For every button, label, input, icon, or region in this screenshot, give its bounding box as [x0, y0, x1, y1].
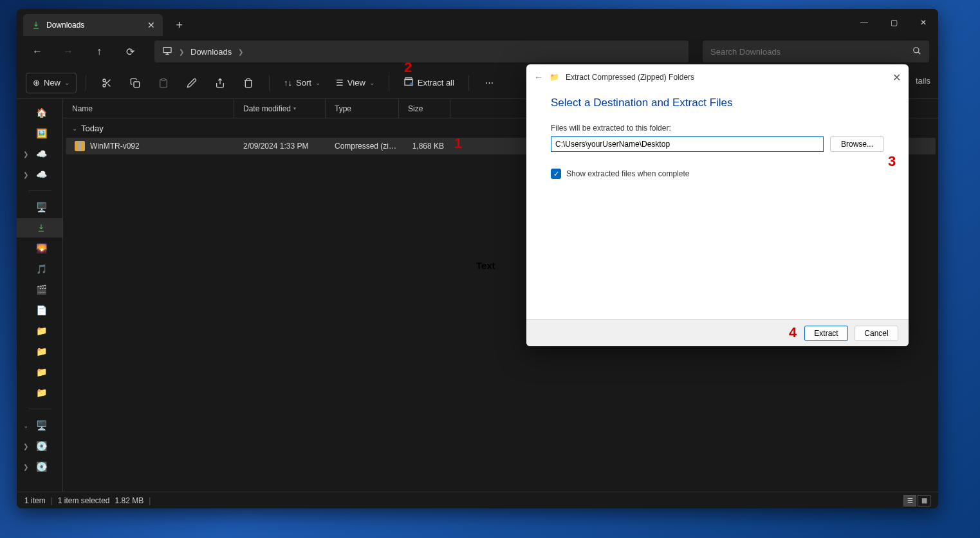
- sidebar-folder-1[interactable]: 📁: [17, 321, 62, 340]
- chevron-down-icon: ⌄: [315, 79, 320, 86]
- window-controls: — ▢ ✕: [849, 12, 938, 33]
- browse-button[interactable]: Browse...: [830, 136, 884, 152]
- details-view-toggle[interactable]: ☰: [903, 495, 916, 506]
- chevron-icon: ❯: [23, 443, 28, 450]
- chevron-icon: ❯: [23, 151, 28, 158]
- extract-button[interactable]: Extract: [804, 326, 848, 341]
- zip-folder-icon: 📁: [550, 73, 559, 82]
- dialog-header: ← 📁 Extract Compressed (Zipped) Folders …: [526, 64, 909, 90]
- sidebar-onedrive-2[interactable]: ❯☁️: [17, 165, 62, 184]
- search-input[interactable]: [710, 47, 912, 57]
- close-button[interactable]: ✕: [909, 12, 938, 33]
- sort-button[interactable]: ↑↓ Sort ⌄: [279, 73, 326, 93]
- music-icon: 🎵: [36, 264, 46, 274]
- window-tab[interactable]: Downloads ✕: [23, 14, 163, 36]
- annotation-4: 4: [789, 324, 797, 341]
- new-tab-button[interactable]: +: [176, 19, 183, 32]
- paste-button[interactable]: [152, 73, 175, 93]
- separator: [86, 75, 86, 91]
- maximize-button[interactable]: ▢: [879, 12, 909, 33]
- view-button[interactable]: ☰ View ⌄: [331, 73, 380, 93]
- dialog-close-button[interactable]: ✕: [892, 71, 901, 84]
- view-label: View: [347, 78, 365, 88]
- rename-button[interactable]: [180, 73, 203, 93]
- search-icon[interactable]: [912, 46, 921, 57]
- new-label: New: [44, 78, 60, 88]
- up-button[interactable]: ↑: [88, 40, 111, 63]
- documents-icon: 📄: [36, 305, 46, 315]
- sidebar-onedrive-1[interactable]: ❯☁️: [17, 144, 62, 163]
- cancel-button[interactable]: Cancel: [855, 326, 898, 341]
- more-button[interactable]: ⋯: [478, 73, 501, 93]
- chevron-down-icon: ⌄: [369, 79, 374, 86]
- show-files-checkbox-row[interactable]: ✓ Show extracted files when complete: [551, 169, 884, 179]
- destination-path-input[interactable]: [551, 136, 824, 152]
- sidebar-this-pc[interactable]: ⌄🖥️: [17, 416, 62, 435]
- thumbnails-view-toggle[interactable]: ▦: [918, 495, 930, 506]
- column-type[interactable]: Type: [326, 99, 399, 118]
- sidebar-documents[interactable]: 📄: [17, 301, 62, 320]
- sidebar-folder-4[interactable]: 📁: [17, 383, 62, 402]
- checkbox-checked-icon[interactable]: ✓: [551, 169, 561, 179]
- copy-button[interactable]: [124, 73, 147, 93]
- drive-icon: 💽: [36, 461, 46, 472]
- pictures-icon: 🌄: [36, 243, 46, 254]
- extract-all-label: Extract all: [418, 78, 454, 88]
- file-date: 2/09/2024 1:33 PM: [234, 142, 326, 151]
- downloads-icon: [36, 223, 46, 233]
- sidebar-drive-2[interactable]: ❯💽: [17, 457, 62, 476]
- sidebar-home[interactable]: 🏠: [17, 103, 62, 122]
- file-name: WinMTR-v092: [90, 142, 140, 151]
- sidebar-pictures[interactable]: 🌄: [17, 239, 62, 258]
- forward-button[interactable]: →: [57, 40, 80, 63]
- chevron-down-icon: ⌄: [72, 125, 77, 132]
- view-icon: ☰: [336, 78, 344, 88]
- details-button-cut[interactable]: tails: [916, 76, 930, 86]
- column-size[interactable]: Size: [399, 99, 450, 118]
- minimize-button[interactable]: —: [849, 12, 879, 33]
- sidebar-drive-1[interactable]: ❯💽: [17, 436, 62, 456]
- search-box[interactable]: [703, 41, 929, 62]
- new-button[interactable]: ⊕ New ⌄: [26, 73, 77, 93]
- monitor-icon: [162, 46, 172, 58]
- view-toggles: ☰ ▦: [903, 495, 930, 506]
- cut-button[interactable]: [95, 73, 118, 93]
- svg-point-3: [103, 84, 106, 87]
- svg-point-1: [914, 47, 919, 52]
- file-size: 1,868 KB: [399, 142, 450, 151]
- dialog-header-text: Extract Compressed (Zipped) Folders: [566, 73, 694, 82]
- address-bar[interactable]: ❯ Downloads ❯: [154, 41, 689, 62]
- column-name[interactable]: Name: [63, 99, 234, 118]
- separator: [28, 190, 51, 191]
- delete-button[interactable]: [237, 73, 260, 93]
- sort-arrow-icon: ▾: [293, 106, 296, 111]
- path-row: Browse...: [551, 136, 884, 152]
- sidebar-folder-2[interactable]: 📁: [17, 342, 62, 361]
- status-bar: 1 item | 1 item selected 1.82 MB | ☰ ▦: [17, 492, 938, 508]
- sidebar-folder-3[interactable]: 📁: [17, 362, 62, 382]
- chevron-down-icon: ⌄: [23, 422, 28, 429]
- tab-close-button[interactable]: ✕: [147, 20, 155, 30]
- dialog-back-button[interactable]: ←: [534, 72, 543, 82]
- sidebar-music[interactable]: 🎵: [17, 259, 62, 279]
- sidebar-desktop[interactable]: 🖥️: [17, 198, 62, 217]
- dialog-footer: Extract Cancel: [526, 319, 909, 346]
- back-button[interactable]: ←: [26, 40, 49, 63]
- extract-icon: [403, 77, 414, 89]
- sidebar: 🏠 🖼️ ❯☁️ ❯☁️ 🖥️ 🌄 🎵 🎬 📄 📁 📁 📁 📁 ⌄🖥️ ❯💽 ❯…: [17, 99, 63, 492]
- folder-icon: 📁: [36, 326, 46, 336]
- sidebar-videos[interactable]: 🎬: [17, 280, 62, 299]
- group-label: Today: [81, 124, 104, 133]
- refresh-button[interactable]: ⟳: [118, 40, 142, 63]
- videos-icon: 🎬: [36, 284, 46, 295]
- share-button[interactable]: [208, 73, 232, 93]
- sidebar-downloads[interactable]: [17, 218, 62, 237]
- svg-point-2: [103, 79, 106, 82]
- home-icon: 🏠: [36, 107, 46, 118]
- sidebar-gallery[interactable]: 🖼️: [17, 124, 62, 143]
- annotation-3: 3: [888, 153, 896, 170]
- breadcrumb-downloads[interactable]: Downloads: [190, 47, 232, 57]
- status-count: 1 item: [24, 496, 46, 505]
- cloud-icon: ☁️: [36, 149, 46, 159]
- column-date[interactable]: Date modified▾: [234, 99, 326, 118]
